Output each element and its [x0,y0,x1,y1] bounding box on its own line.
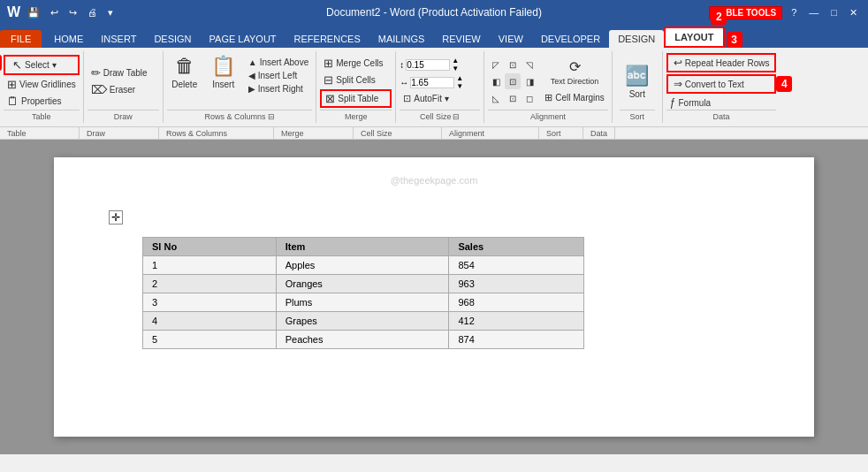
delete-button[interactable]: 🗑 Delete [167,53,202,91]
insert-options: ▲ Insert Above ◀ Insert Left ▶ Insert Ri… [245,53,313,95]
group-cell-size-content: ↕ ▲ ▼ ↔ ▲ ▼ ⊡ AutoFit ▾ [400,53,480,110]
align-tc[interactable]: ⊡ [505,57,521,72]
cell-1-2: 963 [449,275,584,293]
insert-button[interactable]: 📋 Insert [206,53,241,91]
cell-4-1: Peaches [276,331,449,349]
insert-above-icon: ▲ [248,57,257,67]
quick-undo[interactable]: ↩ [47,5,62,20]
close-button[interactable]: ✕ [846,5,861,20]
width-up[interactable]: ▲ [456,74,463,82]
text-direction-button[interactable]: ⟳ Text Direction [541,57,608,88]
width-input[interactable] [410,77,454,88]
label-data: Data [583,127,615,139]
tab-developer[interactable]: DEVELOPER [532,30,609,48]
quick-redo[interactable]: ↪ [65,5,80,20]
maximize-button[interactable]: □ [827,5,841,19]
width-down[interactable]: ▼ [456,82,463,90]
label-cell-size: Cell Size [354,127,442,139]
quick-save[interactable]: 💾 [24,5,43,20]
properties-button[interactable]: 🗒 Properties [4,94,80,109]
insert-left-button[interactable]: ◀ Insert Left [245,70,313,81]
minimize-button[interactable]: — [805,5,822,19]
width-row: ↔ ▲ ▼ [400,74,480,90]
sort-button[interactable]: 🔤 Sort [620,63,655,101]
split-table-button[interactable]: ⊠ Split Table [322,91,390,106]
align-mc[interactable]: ⊡ [505,73,521,89]
tab-file[interactable]: FILE [0,30,42,48]
insert-above-button[interactable]: ▲ Insert Above [245,57,313,68]
insert-right-button[interactable]: ▶ Insert Right [245,83,313,95]
group-table-content: ↖ Select ▾ 1 ⊞ View Gridlines 🗒 Properti… [4,53,80,110]
tab-table-layout[interactable]: LAYOUT [664,27,724,48]
split-cells-button[interactable]: ⊟ Split Cells [320,72,392,88]
group-rows-label: Rows & Columns ⊟ [167,110,313,121]
tab-home[interactable]: HOME [45,30,92,48]
table-header-row: Sl No Item Sales [143,238,584,256]
table-wrapper: ✛ Sl No Item Sales 1Apples8542Oranges963… [125,210,584,349]
data-table: Sl No Item Sales 1Apples8542Oranges9633P… [142,237,584,349]
title-bar-right: TABLE TOOLS ? — □ ✕ [709,5,861,20]
insert-right-icon: ▶ [248,84,255,94]
autofit-icon: ⊡ [403,93,411,104]
table-row: 1Apples854 [143,256,584,275]
align-mr[interactable]: ◨ [522,73,537,89]
formula-button[interactable]: ƒ Formula [666,95,777,110]
tab-view[interactable]: VIEW [490,30,532,48]
eraser-icon: ⌦ [91,83,107,96]
label-merge: Merge [274,127,354,139]
convert-to-text-button[interactable]: ⇒ Convert to Text [670,77,773,91]
autofit-button[interactable]: ⊡ AutoFit ▾ [400,92,480,105]
table-row: 3Plums968 [143,293,584,312]
height-down[interactable]: ▼ [452,65,459,72]
merge-cells-button[interactable]: ⊞ Merge Cells [320,56,392,71]
group-sort-content: 🔤 Sort [620,53,655,110]
tab-table-design[interactable]: DESIGN [609,30,664,48]
tab-design[interactable]: DESIGN [145,30,200,48]
tab-page-layout[interactable]: PAGE LAYOUT [201,30,286,48]
select-btn-highlight: ↖ Select ▾ [4,55,80,75]
formula-icon: ƒ [670,96,676,109]
expand-icon[interactable]: ⊟ [268,112,275,121]
table-move-handle[interactable]: ✛ [109,210,123,225]
table-row: 2Oranges963 [143,275,584,293]
align-tl[interactable]: ◸ [488,57,504,72]
height-icon: ↕ [400,60,404,70]
repeat-header-button[interactable]: ↩ Repeat Header Rows [670,56,773,70]
group-rows-columns-content: 🗑 Delete 📋 Insert ▲ Insert Above ◀ Inser… [167,53,313,110]
quick-print[interactable]: 🖨 [84,5,101,19]
align-br[interactable]: ◻ [522,90,537,106]
group-alignment: ◸ ⊡ ◹ ◧ ⊡ ◨ ◺ ⊡ ◻ ⟳ Text Direction ⊞ Cel… [484,51,613,123]
group-table-label: Table [4,110,80,121]
width-icon: ↔ [400,78,408,88]
height-input[interactable] [406,59,450,71]
height-row: ↕ ▲ ▼ [400,57,480,72]
align-ml[interactable]: ◧ [488,73,504,89]
draw-icon: ✏ [91,66,101,80]
header-sl-no: Sl No [143,238,277,256]
align-tr[interactable]: ◹ [522,57,537,72]
align-bc[interactable]: ⊡ [505,90,521,106]
ribbon: ↖ Select ▾ 1 ⊞ View Gridlines 🗒 Properti… [0,48,868,127]
tab-mailings[interactable]: MAILINGS [369,30,434,48]
help-button[interactable]: ? [788,5,800,19]
group-draw-label: Draw [88,110,159,121]
merge-icon: ⊞ [324,57,333,70]
properties-icon: 🗒 [7,95,19,108]
tab-review[interactable]: REVIEW [433,30,489,48]
text-direction-icon: ⟳ [569,58,581,75]
eraser-button[interactable]: ⌦ Eraser [88,82,159,97]
cell-margins-button[interactable]: ⊞ Cell Margins [541,91,608,104]
quick-more[interactable]: ▾ [104,5,117,20]
group-data: ↩ Repeat Header Rows ⇒ Convert to Text 4… [663,51,780,123]
draw-table-button[interactable]: ✏ Draw Table [88,65,159,80]
tab-references[interactable]: REFERENCES [286,30,369,48]
align-bl[interactable]: ◺ [488,90,504,106]
ribbon-tabs: FILE HOME INSERT DESIGN PAGE LAYOUT REFE… [0,25,868,48]
cell-size-expand-icon[interactable]: ⊟ [453,112,460,121]
tab-insert[interactable]: INSERT [92,30,145,48]
select-button[interactable]: ↖ Select ▾ [9,57,74,72]
view-gridlines-button[interactable]: ⊞ View Gridlines [4,77,80,92]
height-up[interactable]: ▲ [452,57,459,65]
label-sort-bottom: Sort [539,127,583,139]
label-draw: Draw [80,127,159,139]
